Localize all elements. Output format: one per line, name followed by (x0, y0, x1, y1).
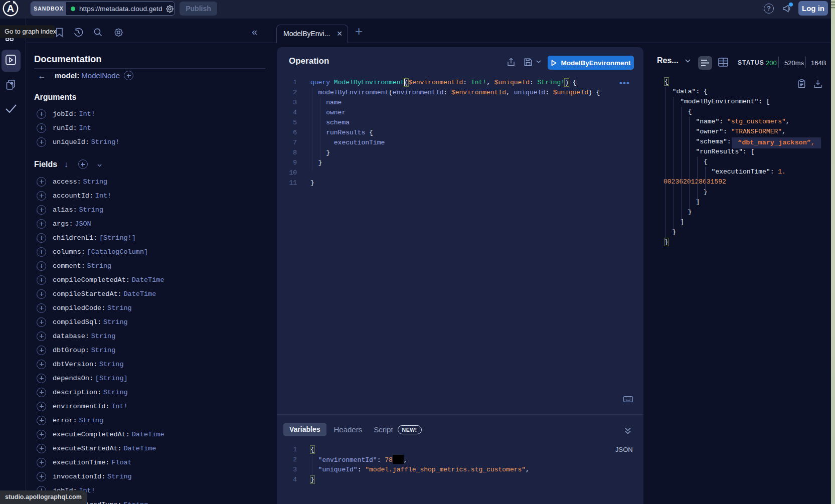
svg-text:A: A (7, 3, 14, 14)
